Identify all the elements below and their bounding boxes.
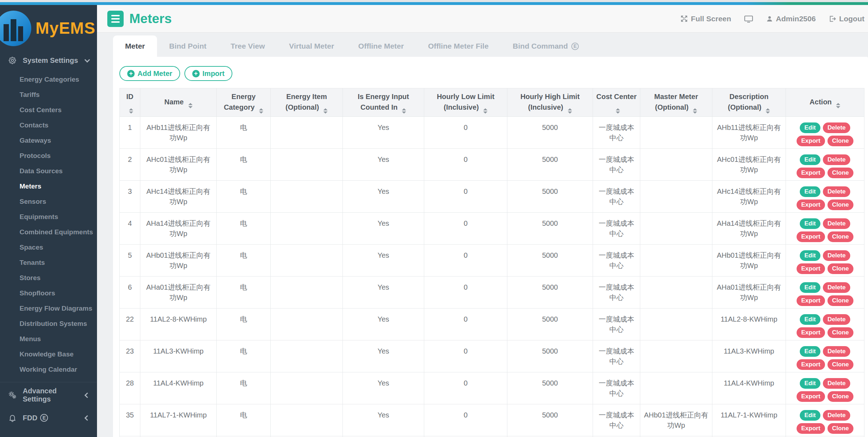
tab-meter[interactable]: Meter: [113, 35, 157, 57]
sidebar-section-system-settings[interactable]: System Settings: [0, 51, 97, 70]
clone-button[interactable]: Clone: [827, 327, 853, 338]
column-header[interactable]: Energy Category: [217, 88, 271, 117]
edit-button[interactable]: Edit: [800, 250, 820, 261]
sidebar-item-energy-categories[interactable]: Energy Categories: [0, 72, 97, 87]
delete-button[interactable]: Delete: [823, 154, 850, 165]
sidebar-item-meters[interactable]: Meters: [0, 179, 97, 194]
sidebar-section-fdd[interactable]: FDD E: [0, 409, 97, 427]
sort-icon[interactable]: [836, 103, 840, 108]
column-header[interactable]: Action: [786, 88, 864, 117]
edit-button[interactable]: Edit: [800, 410, 820, 421]
sidebar-item-data-sources[interactable]: Data Sources: [0, 163, 97, 179]
clone-button[interactable]: Clone: [827, 200, 853, 210]
export-button[interactable]: Export: [797, 423, 825, 434]
sidebar-item-protocols[interactable]: Protocols: [0, 148, 97, 163]
sidebar-item-combined-equipments[interactable]: Combined Equipments: [0, 224, 97, 240]
export-button[interactable]: Export: [797, 295, 825, 306]
tab-bind-command[interactable]: Bind Command E: [501, 35, 591, 57]
sort-icon[interactable]: [259, 108, 263, 114]
tab-offline-meter-file[interactable]: Offline Meter File: [416, 35, 501, 57]
sidebar-section-advanced-settings[interactable]: Advanced Settings: [0, 386, 97, 404]
sidebar-section-users-privileges[interactable]: Users & Privileges: [0, 432, 97, 437]
edit-button[interactable]: Edit: [800, 282, 820, 293]
full-screen-button[interactable]: Full Screen: [680, 15, 731, 23]
column-header[interactable]: Is Energy Input Counted In: [343, 88, 424, 117]
sidebar-item-tenants[interactable]: Tenants: [0, 255, 97, 270]
column-header[interactable]: Cost Center: [593, 88, 640, 117]
sort-icon[interactable]: [188, 103, 193, 108]
edit-button[interactable]: Edit: [800, 346, 820, 357]
sort-icon[interactable]: [129, 108, 133, 114]
user-menu[interactable]: Admin2506: [766, 15, 816, 23]
sidebar-toggle-button[interactable]: [107, 11, 124, 27]
sort-icon[interactable]: [616, 108, 620, 114]
delete-button[interactable]: Delete: [823, 346, 850, 357]
export-button[interactable]: Export: [797, 327, 825, 338]
delete-button[interactable]: Delete: [823, 250, 850, 261]
delete-button[interactable]: Delete: [823, 282, 850, 293]
sidebar-item-shopfloors[interactable]: Shopfloors: [0, 285, 97, 301]
sidebar-item-menus[interactable]: Menus: [0, 331, 97, 346]
edit-button[interactable]: Edit: [800, 314, 820, 325]
tab-tree-view[interactable]: Tree View: [219, 35, 277, 57]
export-button[interactable]: Export: [797, 200, 825, 210]
export-button[interactable]: Export: [797, 263, 825, 274]
clone-button[interactable]: Clone: [827, 263, 853, 274]
delete-button[interactable]: Delete: [823, 410, 850, 421]
column-header[interactable]: Description (Optional): [712, 88, 786, 117]
export-button[interactable]: Export: [797, 359, 825, 370]
sidebar-item-tariffs[interactable]: Tariffs: [0, 87, 97, 102]
tab-offline-meter[interactable]: Offline Meter: [346, 35, 416, 57]
sort-icon[interactable]: [568, 108, 572, 114]
logout-button[interactable]: Logout: [829, 15, 864, 23]
delete-button[interactable]: Delete: [823, 314, 850, 325]
column-header[interactable]: Master Meter (Optional): [640, 88, 712, 117]
sort-icon[interactable]: [766, 108, 770, 114]
export-button[interactable]: Export: [797, 168, 825, 178]
edit-button[interactable]: Edit: [800, 122, 820, 133]
sidebar-item-spaces[interactable]: Spaces: [0, 240, 97, 255]
sort-icon[interactable]: [483, 108, 487, 114]
add-meter-button[interactable]: + Add Meter: [119, 66, 180, 81]
tab-bind-point[interactable]: Bind Point: [157, 35, 219, 57]
column-header[interactable]: Hourly High Limit (Inclusive): [507, 88, 593, 117]
sort-icon[interactable]: [402, 108, 406, 114]
display-mode-button[interactable]: [744, 15, 753, 23]
sidebar-item-equipments[interactable]: Equipments: [0, 209, 97, 224]
brand-logo[interactable]: MyEMS: [0, 5, 97, 51]
edit-button[interactable]: Edit: [800, 378, 820, 389]
edit-button[interactable]: Edit: [800, 218, 820, 229]
edit-button[interactable]: Edit: [800, 186, 820, 197]
column-header[interactable]: Name: [140, 88, 217, 117]
sidebar-item-contacts[interactable]: Contacts: [0, 118, 97, 133]
export-button[interactable]: Export: [797, 136, 825, 146]
sidebar-item-knowledge-base[interactable]: Knowledge Base: [0, 346, 97, 362]
sidebar-item-sensors[interactable]: Sensors: [0, 194, 97, 209]
delete-button[interactable]: Delete: [823, 218, 850, 229]
clone-button[interactable]: Clone: [827, 423, 853, 434]
clone-button[interactable]: Clone: [827, 295, 853, 306]
clone-button[interactable]: Clone: [827, 168, 853, 178]
column-header[interactable]: Energy Item (Optional): [271, 88, 343, 117]
tab-virtual-meter[interactable]: Virtual Meter: [277, 35, 346, 57]
sidebar-item-cost-centers[interactable]: Cost Centers: [0, 102, 97, 118]
clone-button[interactable]: Clone: [827, 136, 853, 146]
sidebar-item-distribution-systems[interactable]: Distribution Systems: [0, 316, 97, 331]
sidebar-item-energy-flow-diagrams[interactable]: Energy Flow Diagrams: [0, 301, 97, 316]
delete-button[interactable]: Delete: [823, 378, 850, 389]
export-button[interactable]: Export: [797, 391, 825, 402]
sidebar-item-working-calendar[interactable]: Working Calendar: [0, 362, 97, 377]
clone-button[interactable]: Clone: [827, 391, 853, 402]
delete-button[interactable]: Delete: [823, 122, 850, 133]
column-header[interactable]: Hourly Low Limit (Inclusive): [424, 88, 507, 117]
clone-button[interactable]: Clone: [827, 359, 853, 370]
sort-icon[interactable]: [323, 108, 328, 114]
sidebar-item-stores[interactable]: Stores: [0, 270, 97, 285]
edit-button[interactable]: Edit: [800, 154, 820, 165]
delete-button[interactable]: Delete: [823, 186, 850, 197]
sidebar-item-gateways[interactable]: Gateways: [0, 133, 97, 148]
column-header[interactable]: ID: [120, 88, 140, 117]
export-button[interactable]: Export: [797, 231, 825, 242]
import-button[interactable]: + Import: [184, 66, 232, 81]
sort-icon[interactable]: [693, 108, 697, 114]
